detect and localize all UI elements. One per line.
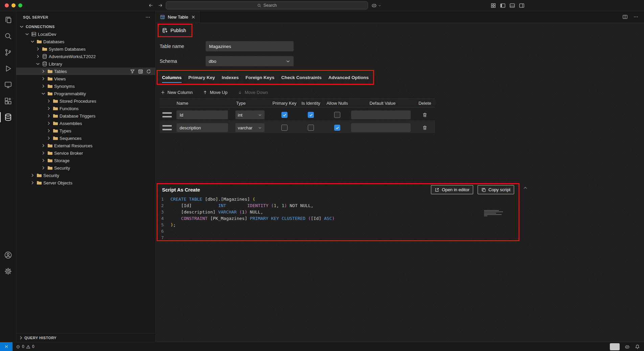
title-bar: Search	[0, 0, 644, 11]
designer-tab-primary-key[interactable]: Primary Key	[185, 71, 218, 84]
table-name-input[interactable]	[206, 41, 294, 51]
activity-run-debug-button[interactable]	[0, 60, 16, 77]
toggle-panel-button[interactable]	[509, 3, 515, 8]
activity-explorer-button[interactable]	[0, 12, 16, 28]
back-button[interactable]	[148, 3, 154, 8]
designer-tab-foreign-keys[interactable]: Foreign Keys	[242, 71, 278, 84]
close-tab-button[interactable]	[191, 15, 196, 20]
script-panel-header: Script As Create Open in editor Copy scr…	[158, 184, 519, 195]
script-code-area[interactable]: 1CREATE TABLE [dbo].[Magazines] (2 [Id] …	[158, 195, 519, 240]
tree-item-types[interactable]: Types	[16, 127, 155, 134]
editor-group: New Table Publish Table name	[156, 11, 644, 342]
notifications-bell-button[interactable]	[635, 344, 640, 349]
tree-item-tables[interactable]: Tables	[16, 68, 155, 75]
activity-extensions-button[interactable]	[0, 93, 16, 109]
toggle-sidebar-button[interactable]	[500, 3, 506, 8]
refresh-icon[interactable]	[146, 69, 151, 74]
copy-icon	[481, 187, 486, 192]
problems-status[interactable]: 0 0	[16, 344, 34, 349]
query-history-label: QUERY HISTORY	[24, 336, 56, 340]
column-header-is-identity: Is Identity	[298, 101, 324, 106]
chevron-right-icon	[41, 83, 46, 89]
tree-item-connections[interactable]: CONNECTIONS	[16, 23, 155, 30]
chevron-down-icon	[19, 24, 24, 29]
split-editor-button[interactable]	[622, 14, 628, 20]
close-window-button[interactable]	[5, 3, 9, 7]
move-up-button[interactable]: Move Up	[203, 90, 227, 95]
tree-item-localdev[interactable]: LocalDev	[16, 30, 155, 38]
column-name-input[interactable]	[177, 123, 228, 132]
designer-tab-columns[interactable]: Columns	[159, 71, 185, 84]
table-icon[interactable]	[138, 69, 143, 74]
designer-tab-check-constraints[interactable]: Check Constraints	[278, 71, 325, 84]
activity-account-button[interactable]	[0, 247, 16, 263]
column-type-select[interactable]: int	[235, 110, 264, 119]
schema-select[interactable]: dbo	[206, 56, 294, 66]
activity-sql-server-button[interactable]	[0, 109, 16, 125]
tree-item-assemblies[interactable]: Assemblies	[16, 120, 155, 127]
is-identity-checkbox[interactable]	[308, 125, 314, 131]
command-center-search[interactable]: Search	[166, 1, 368, 9]
scroll-up-button[interactable]	[523, 185, 528, 191]
annotation-rect-designer-tabs: ColumnsPrimary KeyIndexesForeign KeysChe…	[157, 70, 374, 85]
designer-tab-indexes[interactable]: Indexes	[218, 71, 242, 84]
tree-item-storage[interactable]: Storage	[16, 157, 155, 164]
activity-remote-explorer-button[interactable]	[0, 77, 16, 93]
tree-item-security[interactable]: Security	[16, 172, 155, 179]
remote-indicator-button[interactable]	[0, 342, 13, 351]
allow-nulls-checkbox[interactable]	[334, 125, 340, 131]
editor-actions	[622, 11, 644, 23]
primary-key-checkbox[interactable]	[281, 125, 288, 131]
tree-item-library[interactable]: Library	[16, 60, 155, 68]
copy-script-button[interactable]: Copy script	[478, 185, 514, 194]
activity-search-button[interactable]	[0, 28, 16, 44]
default-value-input[interactable]	[351, 123, 411, 132]
tree-item-security[interactable]: Security	[16, 164, 155, 172]
tree-item-service-broker[interactable]: Service Broker	[16, 149, 155, 157]
delete-row-button[interactable]	[422, 112, 428, 118]
editor-more-actions-button[interactable]	[633, 14, 639, 20]
tree-item-stored-procedures[interactable]: Stored Procedures	[16, 97, 155, 105]
column-name-input[interactable]	[177, 110, 228, 119]
drag-handle[interactable]	[160, 120, 175, 135]
tree-item-server-objects[interactable]: Server Objects	[16, 179, 155, 186]
publish-button[interactable]: Publish	[159, 25, 191, 35]
filter-icon[interactable]	[130, 69, 135, 74]
tree-item-database-triggers[interactable]: Database Triggers	[16, 112, 155, 120]
new-column-button[interactable]: New Column	[160, 90, 192, 95]
tab-new-table[interactable]: New Table	[156, 11, 200, 23]
query-history-section[interactable]: QUERY HISTORY	[16, 333, 155, 342]
sidebar-more-actions-button[interactable]	[145, 15, 151, 20]
customize-layout-button[interactable]	[490, 3, 496, 8]
toggle-secondary-sidebar-button[interactable]	[519, 3, 525, 8]
folder-icon	[53, 113, 58, 119]
delete-row-button[interactable]	[422, 125, 428, 130]
forward-button[interactable]	[158, 3, 163, 8]
tree-item-synonyms[interactable]: Synonyms	[16, 82, 155, 90]
activity-settings-button[interactable]	[0, 263, 16, 279]
move-down-button[interactable]: Move Down	[237, 90, 268, 95]
copilot-status-button[interactable]	[625, 344, 630, 349]
copilot-menu-button[interactable]	[371, 1, 382, 9]
designer-tab-advanced-options[interactable]: Advanced Options	[325, 71, 372, 84]
open-in-editor-button[interactable]: Open in editor	[431, 185, 473, 194]
primary-key-checkbox[interactable]	[281, 112, 288, 118]
tree-item-external-resources[interactable]: External Resources	[16, 142, 155, 149]
tree-item-system-databases[interactable]: System Databases	[16, 45, 155, 53]
activity-source-control-button[interactable]	[0, 44, 16, 60]
chevron-down-icon	[30, 39, 35, 44]
column-type-select[interactable]: varchar	[235, 123, 264, 132]
default-value-input[interactable]	[351, 110, 411, 119]
zoom-status-button[interactable]	[610, 343, 620, 350]
tree-item-views[interactable]: Views	[16, 75, 155, 82]
minimize-window-button[interactable]	[12, 3, 16, 7]
tree-item-sequences[interactable]: Sequences	[16, 134, 155, 142]
tree-item-programmability[interactable]: Programmability	[16, 90, 155, 97]
tree-item-databases[interactable]: Databases	[16, 38, 155, 45]
zoom-window-button[interactable]	[18, 3, 22, 7]
tree-item-label: LocalDev	[38, 32, 56, 37]
tree-item-adventureworkslt2022[interactable]: AdventureWorksLT2022	[16, 53, 155, 60]
is-identity-checkbox[interactable]	[308, 112, 314, 118]
tree-item-functions[interactable]: Functions	[16, 105, 155, 112]
allow-nulls-checkbox[interactable]	[334, 112, 340, 118]
